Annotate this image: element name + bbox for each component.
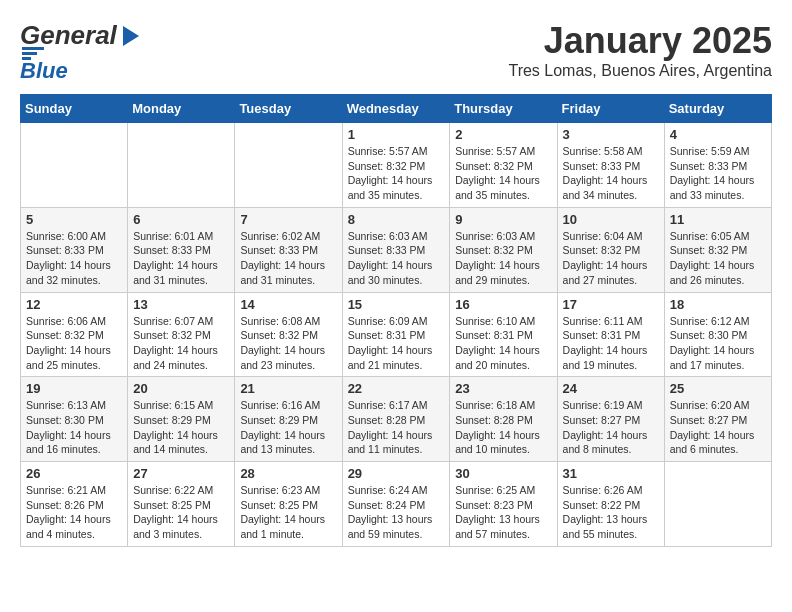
day-number: 26 xyxy=(26,466,122,481)
day-number: 6 xyxy=(133,212,229,227)
day-number: 10 xyxy=(563,212,659,227)
weekday-header-monday: Monday xyxy=(128,95,235,123)
day-number: 4 xyxy=(670,127,766,142)
calendar-cell: 12Sunrise: 6:06 AM Sunset: 8:32 PM Dayli… xyxy=(21,292,128,377)
calendar-week-row: 12Sunrise: 6:06 AM Sunset: 8:32 PM Dayli… xyxy=(21,292,772,377)
day-info: Sunrise: 6:00 AM Sunset: 8:33 PM Dayligh… xyxy=(26,229,122,288)
day-info: Sunrise: 6:25 AM Sunset: 8:23 PM Dayligh… xyxy=(455,483,551,542)
calendar-week-row: 26Sunrise: 6:21 AM Sunset: 8:26 PM Dayli… xyxy=(21,462,772,547)
day-number: 27 xyxy=(133,466,229,481)
day-info: Sunrise: 6:03 AM Sunset: 8:32 PM Dayligh… xyxy=(455,229,551,288)
page-header: General Blue January 2025 Tres Lomas, Bu… xyxy=(20,20,772,84)
day-info: Sunrise: 6:07 AM Sunset: 8:32 PM Dayligh… xyxy=(133,314,229,373)
day-info: Sunrise: 5:58 AM Sunset: 8:33 PM Dayligh… xyxy=(563,144,659,203)
calendar-cell: 31Sunrise: 6:26 AM Sunset: 8:22 PM Dayli… xyxy=(557,462,664,547)
calendar-cell: 30Sunrise: 6:25 AM Sunset: 8:23 PM Dayli… xyxy=(450,462,557,547)
calendar-cell: 3Sunrise: 5:58 AM Sunset: 8:33 PM Daylig… xyxy=(557,123,664,208)
logo: General Blue xyxy=(20,20,145,84)
logo-arrow-icon xyxy=(117,22,145,50)
day-number: 17 xyxy=(563,297,659,312)
day-number: 23 xyxy=(455,381,551,396)
calendar-cell: 9Sunrise: 6:03 AM Sunset: 8:32 PM Daylig… xyxy=(450,207,557,292)
day-number: 5 xyxy=(26,212,122,227)
day-number: 11 xyxy=(670,212,766,227)
day-info: Sunrise: 6:05 AM Sunset: 8:32 PM Dayligh… xyxy=(670,229,766,288)
calendar-cell: 13Sunrise: 6:07 AM Sunset: 8:32 PM Dayli… xyxy=(128,292,235,377)
calendar-cell: 15Sunrise: 6:09 AM Sunset: 8:31 PM Dayli… xyxy=(342,292,450,377)
calendar-cell: 10Sunrise: 6:04 AM Sunset: 8:32 PM Dayli… xyxy=(557,207,664,292)
day-info: Sunrise: 6:13 AM Sunset: 8:30 PM Dayligh… xyxy=(26,398,122,457)
calendar-cell xyxy=(235,123,342,208)
calendar-cell: 24Sunrise: 6:19 AM Sunset: 8:27 PM Dayli… xyxy=(557,377,664,462)
day-number: 14 xyxy=(240,297,336,312)
day-number: 31 xyxy=(563,466,659,481)
weekday-header-sunday: Sunday xyxy=(21,95,128,123)
calendar-cell: 17Sunrise: 6:11 AM Sunset: 8:31 PM Dayli… xyxy=(557,292,664,377)
weekday-header-wednesday: Wednesday xyxy=(342,95,450,123)
day-info: Sunrise: 5:57 AM Sunset: 8:32 PM Dayligh… xyxy=(455,144,551,203)
day-info: Sunrise: 6:09 AM Sunset: 8:31 PM Dayligh… xyxy=(348,314,445,373)
calendar-cell: 5Sunrise: 6:00 AM Sunset: 8:33 PM Daylig… xyxy=(21,207,128,292)
day-info: Sunrise: 6:04 AM Sunset: 8:32 PM Dayligh… xyxy=(563,229,659,288)
day-number: 22 xyxy=(348,381,445,396)
day-info: Sunrise: 6:01 AM Sunset: 8:33 PM Dayligh… xyxy=(133,229,229,288)
calendar-cell: 18Sunrise: 6:12 AM Sunset: 8:30 PM Dayli… xyxy=(664,292,771,377)
calendar-week-row: 19Sunrise: 6:13 AM Sunset: 8:30 PM Dayli… xyxy=(21,377,772,462)
calendar-week-row: 5Sunrise: 6:00 AM Sunset: 8:33 PM Daylig… xyxy=(21,207,772,292)
day-number: 13 xyxy=(133,297,229,312)
day-info: Sunrise: 6:06 AM Sunset: 8:32 PM Dayligh… xyxy=(26,314,122,373)
day-number: 2 xyxy=(455,127,551,142)
weekday-header-friday: Friday xyxy=(557,95,664,123)
logo-blue: Blue xyxy=(20,58,68,84)
day-number: 15 xyxy=(348,297,445,312)
day-info: Sunrise: 6:22 AM Sunset: 8:25 PM Dayligh… xyxy=(133,483,229,542)
day-number: 8 xyxy=(348,212,445,227)
calendar-cell: 2Sunrise: 5:57 AM Sunset: 8:32 PM Daylig… xyxy=(450,123,557,208)
calendar-cell: 19Sunrise: 6:13 AM Sunset: 8:30 PM Dayli… xyxy=(21,377,128,462)
weekday-header-row: SundayMondayTuesdayWednesdayThursdayFrid… xyxy=(21,95,772,123)
weekday-header-tuesday: Tuesday xyxy=(235,95,342,123)
day-info: Sunrise: 5:59 AM Sunset: 8:33 PM Dayligh… xyxy=(670,144,766,203)
calendar-cell: 29Sunrise: 6:24 AM Sunset: 8:24 PM Dayli… xyxy=(342,462,450,547)
day-info: Sunrise: 6:10 AM Sunset: 8:31 PM Dayligh… xyxy=(455,314,551,373)
day-number: 7 xyxy=(240,212,336,227)
day-info: Sunrise: 6:02 AM Sunset: 8:33 PM Dayligh… xyxy=(240,229,336,288)
calendar-cell: 16Sunrise: 6:10 AM Sunset: 8:31 PM Dayli… xyxy=(450,292,557,377)
calendar-cell: 4Sunrise: 5:59 AM Sunset: 8:33 PM Daylig… xyxy=(664,123,771,208)
calendar-cell: 20Sunrise: 6:15 AM Sunset: 8:29 PM Dayli… xyxy=(128,377,235,462)
day-info: Sunrise: 6:12 AM Sunset: 8:30 PM Dayligh… xyxy=(670,314,766,373)
day-number: 18 xyxy=(670,297,766,312)
calendar-cell: 25Sunrise: 6:20 AM Sunset: 8:27 PM Dayli… xyxy=(664,377,771,462)
day-number: 16 xyxy=(455,297,551,312)
day-number: 1 xyxy=(348,127,445,142)
weekday-header-saturday: Saturday xyxy=(664,95,771,123)
day-info: Sunrise: 6:21 AM Sunset: 8:26 PM Dayligh… xyxy=(26,483,122,542)
calendar-cell: 6Sunrise: 6:01 AM Sunset: 8:33 PM Daylig… xyxy=(128,207,235,292)
svg-marker-0 xyxy=(123,26,139,46)
calendar-week-row: 1Sunrise: 5:57 AM Sunset: 8:32 PM Daylig… xyxy=(21,123,772,208)
calendar-cell: 27Sunrise: 6:22 AM Sunset: 8:25 PM Dayli… xyxy=(128,462,235,547)
day-info: Sunrise: 5:57 AM Sunset: 8:32 PM Dayligh… xyxy=(348,144,445,203)
day-number: 28 xyxy=(240,466,336,481)
calendar-cell: 7Sunrise: 6:02 AM Sunset: 8:33 PM Daylig… xyxy=(235,207,342,292)
day-number: 25 xyxy=(670,381,766,396)
calendar-cell: 28Sunrise: 6:23 AM Sunset: 8:25 PM Dayli… xyxy=(235,462,342,547)
day-info: Sunrise: 6:19 AM Sunset: 8:27 PM Dayligh… xyxy=(563,398,659,457)
day-number: 30 xyxy=(455,466,551,481)
calendar-table: SundayMondayTuesdayWednesdayThursdayFrid… xyxy=(20,94,772,547)
calendar-cell xyxy=(21,123,128,208)
calendar-cell: 11Sunrise: 6:05 AM Sunset: 8:32 PM Dayli… xyxy=(664,207,771,292)
day-info: Sunrise: 6:16 AM Sunset: 8:29 PM Dayligh… xyxy=(240,398,336,457)
day-info: Sunrise: 6:20 AM Sunset: 8:27 PM Dayligh… xyxy=(670,398,766,457)
calendar-cell: 1Sunrise: 5:57 AM Sunset: 8:32 PM Daylig… xyxy=(342,123,450,208)
day-number: 29 xyxy=(348,466,445,481)
calendar-cell: 26Sunrise: 6:21 AM Sunset: 8:26 PM Dayli… xyxy=(21,462,128,547)
day-info: Sunrise: 6:18 AM Sunset: 8:28 PM Dayligh… xyxy=(455,398,551,457)
title-block: January 2025 Tres Lomas, Buenos Aires, A… xyxy=(508,20,772,80)
calendar-cell xyxy=(128,123,235,208)
calendar-cell: 14Sunrise: 6:08 AM Sunset: 8:32 PM Dayli… xyxy=(235,292,342,377)
day-info: Sunrise: 6:17 AM Sunset: 8:28 PM Dayligh… xyxy=(348,398,445,457)
calendar-title: January 2025 xyxy=(508,20,772,62)
calendar-cell: 23Sunrise: 6:18 AM Sunset: 8:28 PM Dayli… xyxy=(450,377,557,462)
calendar-cell: 8Sunrise: 6:03 AM Sunset: 8:33 PM Daylig… xyxy=(342,207,450,292)
